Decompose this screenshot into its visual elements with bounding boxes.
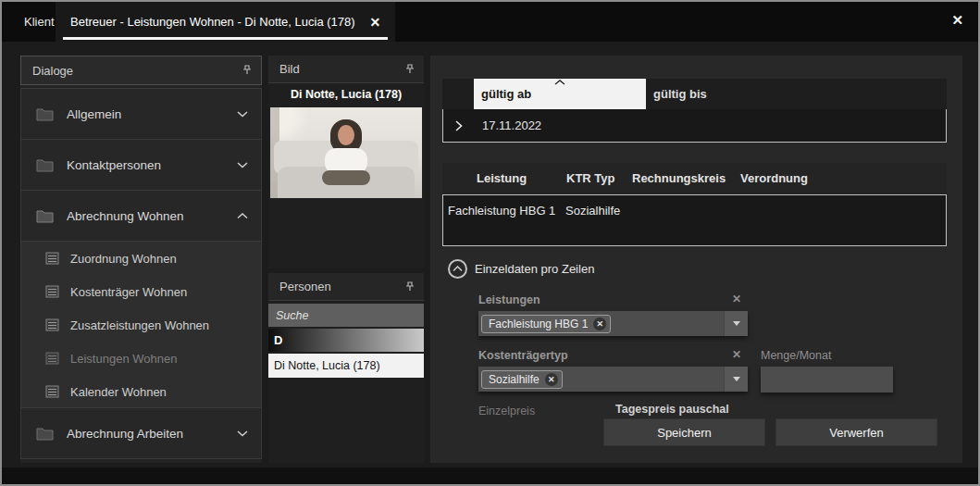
person-photo: [270, 107, 422, 198]
sidebar-group-abrechnung-wohnen[interactable]: Abrechnung Wohnen: [20, 190, 262, 242]
pin-icon[interactable]: [404, 281, 416, 293]
personen-header: Personen: [268, 273, 424, 301]
form-icon: [45, 285, 59, 298]
leistungen-chip: Fachleistung HBG 1 ✕: [481, 315, 611, 333]
remove-chip-icon[interactable]: ✕: [593, 318, 606, 330]
person-search-input[interactable]: [268, 304, 424, 327]
menge-monat-input[interactable]: [761, 367, 893, 393]
chevron-down-icon: [237, 430, 248, 437]
sidebar-item-kalender-wohnen[interactable]: Kalender Wohnen: [21, 375, 261, 408]
column-header-gueltig-ab[interactable]: gültig ab: [474, 79, 646, 109]
personen-panel: Personen D Di Notte, Lucia (178): [268, 273, 424, 463]
tagespreis-pauschal-label: Tagespreis pauschal: [615, 403, 729, 416]
leistungen-label: Leistungen: [478, 293, 540, 306]
sidebar-dialoge: Dialoge Allgemein Kontaktpersonen: [20, 56, 262, 463]
bild-panel: Bild Di Notte, Lucia (178): [268, 56, 424, 268]
sort-ascending-icon: [554, 80, 565, 85]
kostentraegertyp-chip: Sozialhilfe ✕: [481, 370, 563, 389]
remove-chip-icon[interactable]: ✕: [545, 373, 558, 386]
leistung-table-body[interactable]: Fachleistung HBG 1 Sozialhilfe: [442, 194, 947, 246]
sidebar-item-label: Leistungen Wohnen: [70, 352, 177, 366]
sidebar-group-label: Kontaktpersonen: [67, 158, 237, 172]
alphabet-letter: D: [274, 333, 282, 347]
bild-header: Bild: [268, 56, 424, 83]
clear-leistungen-icon[interactable]: ✕: [732, 293, 741, 305]
sidebar-item-label: Zuordnung Wohnen: [70, 252, 177, 266]
expander-column-header: [442, 79, 474, 109]
window-close-icon[interactable]: ✕: [951, 12, 963, 29]
tab-close-icon[interactable]: ✕: [370, 15, 381, 30]
section-title: Einzeldaten pro Zeilen: [475, 262, 594, 276]
photo-person-face: [338, 125, 354, 145]
column-header-ktr-typ[interactable]: KTR Typ: [566, 171, 614, 185]
photo-person-legs: [322, 170, 370, 185]
sidebar-group-abrechnung-arbeiten[interactable]: Abrechnung Arbeiten: [20, 407, 262, 459]
pin-icon[interactable]: [242, 65, 253, 76]
column-header-rechnungskreis[interactable]: Rechnungskreis: [632, 171, 726, 185]
sidebar-group-allgemein[interactable]: Allgemein: [20, 88, 262, 140]
form-icon: [45, 352, 59, 365]
discard-button[interactable]: Verwerfen: [775, 418, 937, 446]
ktr-typ-value: Sozialhilfe: [565, 204, 620, 218]
column-header-label: gültig bis: [653, 87, 707, 101]
tab-betreuer-leistungen[interactable]: Betreuer - Leistungen Wohnen - Di Notte,…: [56, 2, 395, 42]
chip-label: Fachleistung HBG 1: [489, 318, 588, 330]
leistungen-dropdown-button[interactable]: [724, 311, 748, 336]
validity-table: gültig ab gültig bis 17.11.2022: [442, 79, 947, 143]
personen-title: Personen: [279, 280, 331, 293]
leistungen-combobox[interactable]: Fachleistung HBG 1 ✕: [478, 311, 748, 336]
leistung-value: Fachleistung HBG 1: [448, 204, 555, 218]
kostentraegertyp-chip-area: Sozialhilfe ✕: [478, 367, 724, 392]
chevron-down-icon: [237, 162, 248, 168]
sidebar-subitems: Zuordnung Wohnen Kostenträger Wohnen Zus…: [20, 242, 262, 408]
sidebar-item-zuordnung-wohnen[interactable]: Zuordnung Wohnen: [21, 242, 261, 275]
column-header-label: gültig ab: [481, 87, 531, 101]
column-header-leistung[interactable]: Leistung: [477, 171, 527, 185]
bild-title: Bild: [279, 62, 300, 76]
kostentraegertyp-dropdown-button[interactable]: [724, 367, 748, 392]
app-window: Klient Betreuer - Leistungen Wohnen - Di…: [0, 0, 980, 486]
einzelpreis-label: Einzelpreis: [478, 405, 535, 417]
sidebar-item-label: Kostenträger Wohnen: [70, 285, 187, 299]
leistung-table: Leistung KTR Typ Rechnungskreis Verordnu…: [442, 163, 947, 246]
leistungen-chip-area: Fachleistung HBG 1 ✕: [478, 311, 724, 336]
person-list-item-selected[interactable]: Di Notte, Lucia (178): [268, 354, 424, 378]
save-button[interactable]: Speichern: [603, 418, 765, 446]
menge-monat-label: Menge/Monat: [761, 349, 831, 362]
sidebar-item-zusatzleistungen-wohnen[interactable]: Zusatzleistungen Wohnen: [21, 308, 261, 342]
form-icon: [45, 252, 59, 265]
person-item-label: Di Notte, Lucia (178): [274, 359, 380, 372]
sidebar-group-label: Abrechnung Wohnen: [67, 209, 237, 223]
sidebar-group-kontaktpersonen[interactable]: Kontaktpersonen: [20, 139, 262, 191]
tab-title: Betreuer - Leistungen Wohnen - Di Notte,…: [70, 15, 355, 29]
validity-table-row[interactable]: 17.11.2022: [442, 109, 947, 143]
pin-icon[interactable]: [404, 64, 416, 75]
kostentraegertyp-combobox[interactable]: Sozialhilfe ✕: [478, 367, 748, 392]
sidebar-title: Dialoge: [32, 64, 73, 78]
column-header-verordnung[interactable]: Verordnung: [740, 171, 808, 185]
sidebar-header: Dialoge: [20, 56, 262, 85]
column-header-gueltig-bis[interactable]: gültig bis: [646, 79, 947, 109]
sidebar-item-leistungen-wohnen[interactable]: Leistungen Wohnen: [21, 342, 261, 375]
sidebar-group-label: Allgemein: [67, 107, 237, 121]
row-expander-icon[interactable]: [443, 120, 475, 131]
sidebar-item-label: Kalender Wohnen: [70, 385, 167, 399]
collapse-section-button[interactable]: [448, 259, 467, 279]
form-icon: [45, 385, 59, 398]
folder-icon: [36, 427, 54, 441]
chip-label: Sozialhilfe: [489, 373, 540, 386]
folder-icon: [36, 209, 54, 223]
chevron-down-icon: [733, 321, 740, 326]
kostentraegertyp-label: Kostenträgertyp: [478, 349, 568, 362]
clear-kostentraegertyp-icon[interactable]: ✕: [732, 348, 741, 361]
gueltig-ab-value: 17.11.2022: [475, 118, 541, 132]
chevron-down-icon: [733, 377, 740, 381]
chevron-down-icon: [237, 111, 248, 118]
alphabet-group-header: D: [268, 329, 424, 352]
form-icon: [45, 318, 59, 331]
chevron-up-icon: [237, 213, 248, 219]
active-tab-underline: [63, 37, 388, 40]
folder-icon: [36, 158, 54, 172]
sidebar-item-kostentraeger-wohnen[interactable]: Kostenträger Wohnen: [21, 275, 261, 308]
leistung-table-header: Leistung KTR Typ Rechnungskreis Verordnu…: [442, 163, 947, 194]
